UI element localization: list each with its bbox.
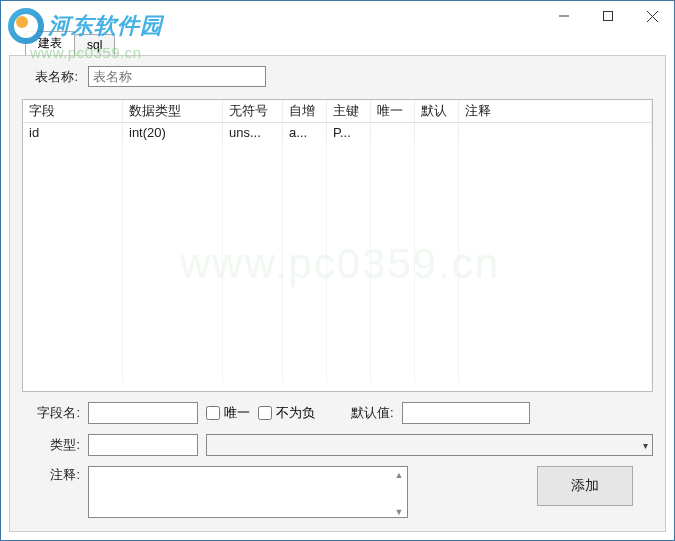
notneg-checkbox-label: 不为负 (276, 404, 315, 422)
tablename-row: 表名称: (22, 66, 653, 87)
grid-empty-row (23, 323, 652, 343)
grid-header-autoinc[interactable]: 自增 (283, 100, 327, 122)
main-window: 河东软件园 www.pc0359.cn www.pc0359.cn 建表 sql… (0, 0, 675, 541)
cell-default (415, 123, 459, 143)
type-row: 类型: ▾ (22, 434, 653, 456)
unique-checkbox[interactable]: 唯一 (206, 404, 250, 422)
comment-label: 注释: (22, 466, 80, 484)
scroll-up-icon[interactable]: ▲ (392, 468, 406, 482)
grid-row[interactable]: id int(20) uns... a... P... (23, 123, 652, 143)
grid-header-pk[interactable]: 主键 (327, 100, 371, 122)
grid-empty-row (23, 343, 652, 363)
type-input[interactable] (88, 434, 198, 456)
minimize-button[interactable] (542, 1, 586, 31)
cell-datatype: int(20) (123, 123, 223, 143)
grid-header-field[interactable]: 字段 (23, 100, 123, 122)
fieldname-input[interactable] (88, 402, 198, 424)
grid-header-default[interactable]: 默认 (415, 100, 459, 122)
notneg-checkbox[interactable]: 不为负 (258, 404, 315, 422)
tablename-label: 表名称: (22, 68, 78, 86)
cell-comment (459, 123, 652, 143)
fieldname-label: 字段名: (22, 404, 80, 422)
scroll-down-icon[interactable]: ▼ (392, 505, 406, 519)
grid-empty-row (23, 303, 652, 323)
bottom-form: 字段名: 唯一 不为负 默认值: 类型: ▾ (22, 402, 653, 521)
minimize-icon (559, 11, 569, 21)
svg-rect-1 (604, 12, 613, 21)
comment-textarea[interactable] (88, 466, 408, 518)
default-label: 默认值: (351, 404, 394, 422)
cell-unsigned: uns... (223, 123, 283, 143)
grid-header-unique[interactable]: 唯一 (371, 100, 415, 122)
grid-empty-row (23, 183, 652, 203)
cell-field: id (23, 123, 123, 143)
close-button[interactable] (630, 1, 674, 31)
notneg-checkbox-input[interactable] (258, 406, 272, 420)
grid-header-datatype[interactable]: 数据类型 (123, 100, 223, 122)
columns-grid[interactable]: 字段 数据类型 无符号 自增 主键 唯一 默认 注释 id int(20) un… (22, 99, 653, 392)
maximize-button[interactable] (586, 1, 630, 31)
maximize-icon (603, 11, 613, 21)
logo-icon (8, 8, 44, 44)
unique-checkbox-label: 唯一 (224, 404, 250, 422)
comment-row: 注释: ▲ ▼ 添加 (22, 466, 653, 521)
brand-name: 河东软件园 (48, 11, 163, 41)
content-frame: 表名称: 字段 数据类型 无符号 自增 主键 唯一 默认 注释 id int(2… (9, 55, 666, 532)
grid-body: id int(20) uns... a... P... (23, 123, 652, 383)
grid-empty-row (23, 363, 652, 383)
close-icon (647, 11, 658, 22)
grid-empty-row (23, 203, 652, 223)
grid-header-comment[interactable]: 注释 (459, 100, 652, 122)
grid-empty-row (23, 163, 652, 183)
grid-empty-row (23, 283, 652, 303)
grid-empty-row (23, 263, 652, 283)
watermark-url-top: www.pc0359.cn (30, 44, 142, 61)
grid-header: 字段 数据类型 无符号 自增 主键 唯一 默认 注释 (23, 100, 652, 123)
cell-autoinc: a... (283, 123, 327, 143)
add-button[interactable]: 添加 (537, 466, 633, 506)
fieldname-row: 字段名: 唯一 不为负 默认值: (22, 402, 653, 424)
watermark-logo: 河东软件园 (8, 8, 163, 44)
default-input[interactable] (402, 402, 530, 424)
tablename-input[interactable] (88, 66, 266, 87)
cell-unique (371, 123, 415, 143)
type-dropdown[interactable]: ▾ (206, 434, 653, 456)
unique-checkbox-input[interactable] (206, 406, 220, 420)
grid-empty-row (23, 243, 652, 263)
cell-pk: P... (327, 123, 371, 143)
chevron-down-icon: ▾ (643, 440, 648, 451)
type-label: 类型: (22, 436, 80, 454)
grid-empty-row (23, 223, 652, 243)
grid-header-unsigned[interactable]: 无符号 (223, 100, 283, 122)
comment-wrap: ▲ ▼ (88, 466, 408, 521)
grid-empty-row (23, 143, 652, 163)
